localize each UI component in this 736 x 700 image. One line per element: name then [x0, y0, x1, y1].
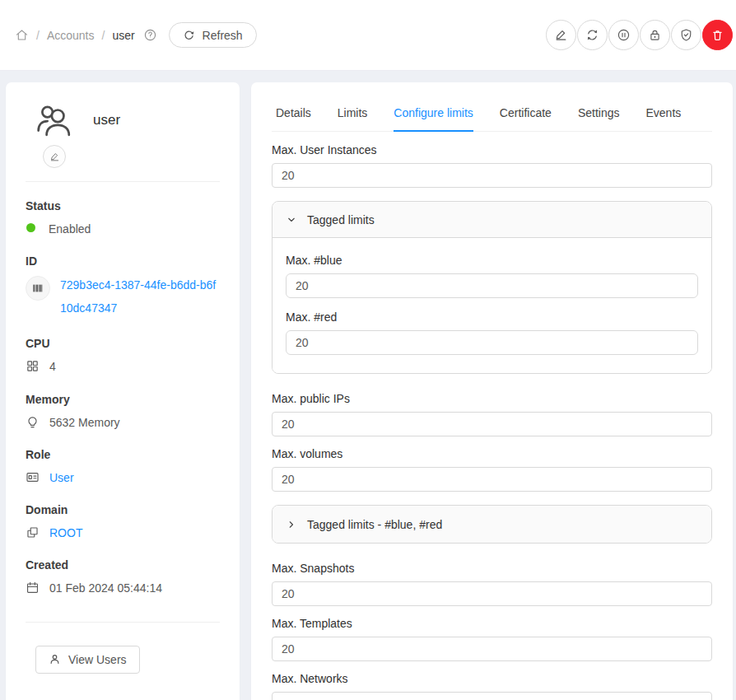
tagged-limits-collapsed-header[interactable]: Tagged limits - #blue, #red — [273, 506, 711, 543]
team-icon — [35, 100, 73, 138]
status-label: Status — [26, 199, 220, 212]
created-label: Created — [26, 558, 220, 572]
delete-account-button[interactable] — [702, 20, 733, 50]
account-id-link[interactable]: 729b3ec4-1387-44fe-b6dd-b6f10dc47347 — [60, 273, 220, 320]
view-users-button[interactable]: View Users — [35, 646, 140, 674]
domain-link[interactable]: ROOT — [49, 525, 82, 541]
role-section: Role User — [26, 448, 220, 486]
add-certificate-button[interactable] — [671, 20, 701, 50]
idcard-icon — [26, 470, 40, 484]
sync-icon — [585, 28, 599, 42]
tagged-limits-panel-body: Max. #blue Max. #red — [273, 238, 711, 373]
calendar-icon — [26, 581, 40, 595]
tagged-limits-collapsed-panel: Tagged limits - #blue, #red — [272, 505, 712, 544]
cpu-section: CPU 4 — [26, 337, 220, 375]
block-icon — [26, 525, 40, 539]
home-icon[interactable] — [15, 28, 29, 42]
tab-events[interactable]: Events — [645, 97, 681, 131]
status-value: Enabled — [49, 221, 91, 237]
memory-label: Memory — [26, 393, 220, 406]
max-red-input[interactable] — [286, 330, 698, 355]
delete-icon — [710, 28, 724, 42]
account-name: user — [93, 112, 120, 128]
divider — [26, 181, 220, 182]
pause-circle-icon — [617, 28, 631, 42]
divider — [26, 622, 220, 623]
header-actions — [546, 20, 733, 50]
chevron-right-icon — [286, 520, 296, 530]
page-body: user Status Enabled ID 729b3ec4-1387 — [0, 71, 736, 700]
account-info-card: user Status Enabled ID 729b3ec4-1387 — [6, 82, 240, 700]
pencil-icon — [49, 152, 60, 162]
lock-account-button[interactable] — [640, 20, 670, 50]
tab-settings[interactable]: Settings — [578, 97, 620, 131]
max-volumes-label: Max. volumes — [272, 447, 712, 460]
max-public-ips-input[interactable] — [272, 412, 712, 436]
created-section: Created 01 Feb 2024 05:44:14 — [26, 558, 220, 596]
edit-name-button[interactable] — [43, 145, 66, 168]
resource-head: user — [26, 100, 220, 168]
breadcrumb-accounts[interactable]: Accounts — [47, 29, 95, 42]
appstore-icon — [26, 359, 40, 373]
role-link[interactable]: User — [49, 469, 74, 486]
role-label: Role — [26, 448, 220, 461]
question-circle-icon[interactable] — [143, 28, 157, 42]
tagged-limits-collapsed-title: Tagged limits - #blue, #red — [307, 518, 442, 531]
breadcrumb-current: user — [112, 29, 134, 42]
tab-details[interactable]: Details — [276, 97, 311, 131]
max-networks-input[interactable] — [272, 692, 712, 700]
max-templates-input[interactable] — [272, 637, 712, 661]
configure-limits-form: Max. User Instances Tagged limits Max. #… — [272, 143, 712, 700]
max-user-instances-input[interactable] — [272, 163, 712, 188]
id-label: ID — [26, 254, 220, 268]
created-value: 01 Feb 2024 05:44:14 — [49, 580, 162, 596]
max-templates-label: Max. Templates — [272, 617, 712, 630]
tagged-limits-panel-header[interactable]: Tagged limits — [273, 202, 711, 238]
max-volumes-input[interactable] — [272, 467, 712, 492]
tab-certificate[interactable]: Certificate — [500, 97, 552, 131]
view-users-label: View Users — [68, 653, 127, 666]
max-user-instances-label: Max. User Instances — [272, 143, 712, 156]
status-section: Status Enabled — [26, 199, 220, 237]
account-detail-card: Details Limits Configure limits Certific… — [251, 82, 733, 700]
max-snapshots-input[interactable] — [272, 581, 712, 606]
bulb-icon — [26, 415, 40, 429]
edit-account-button[interactable] — [546, 20, 576, 50]
update-resource-count-button[interactable] — [577, 20, 608, 50]
tagged-limits-panel-title: Tagged limits — [307, 213, 375, 226]
lock-icon — [648, 28, 662, 42]
max-blue-input[interactable] — [286, 273, 698, 298]
barcode-icon — [26, 276, 50, 301]
refresh-button[interactable]: Refresh — [169, 22, 257, 48]
cpu-value: 4 — [49, 358, 56, 375]
max-blue-label: Max. #blue — [286, 254, 698, 267]
tab-configure-limits[interactable]: Configure limits — [394, 97, 473, 132]
max-networks-label: Max. Networks — [272, 672, 712, 685]
chevron-down-icon — [286, 215, 296, 225]
safety-certificate-icon — [679, 28, 693, 42]
edit-icon — [554, 28, 568, 42]
user-icon — [49, 653, 61, 665]
breadcrumb: / Accounts / user — [15, 28, 157, 42]
memory-section: Memory 5632 Memory — [26, 393, 220, 431]
domain-section: Domain ROOT — [26, 503, 220, 541]
max-public-ips-label: Max. public IPs — [272, 392, 712, 405]
header: / Accounts / user Refresh — [0, 0, 736, 71]
cpu-label: CPU — [26, 337, 220, 350]
max-snapshots-label: Max. Snapshots — [272, 562, 712, 575]
reload-icon — [183, 29, 195, 41]
status-enabled-dot — [26, 223, 35, 232]
max-red-label: Max. #red — [286, 310, 698, 324]
tab-bar: Details Limits Configure limits Certific… — [272, 97, 712, 132]
domain-label: Domain — [26, 503, 220, 516]
memory-value: 5632 Memory — [49, 414, 120, 431]
id-section: ID 729b3ec4-1387-44fe-b6dd-b6f10dc47347 — [26, 254, 220, 320]
tagged-limits-panel: Tagged limits Max. #blue Max. #red — [272, 201, 712, 374]
refresh-label: Refresh — [203, 29, 243, 42]
tab-limits[interactable]: Limits — [338, 97, 368, 131]
disable-account-button[interactable] — [608, 20, 639, 50]
